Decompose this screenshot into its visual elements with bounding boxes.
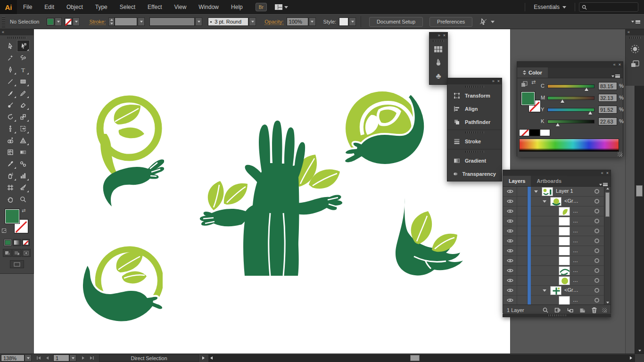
menu-file[interactable]: File xyxy=(17,0,38,14)
delete-layer-icon[interactable] xyxy=(591,307,597,313)
right-dock-gripper[interactable] xyxy=(629,37,641,39)
layer-visibility-toggle[interactable] xyxy=(503,266,517,276)
horizontal-scroll-thumb[interactable] xyxy=(410,355,420,361)
scroll-down-icon[interactable] xyxy=(638,350,641,352)
default-fill-stroke-icon[interactable] xyxy=(2,229,6,233)
close-icon[interactable]: × xyxy=(497,78,500,84)
layer-visibility-toggle[interactable] xyxy=(503,187,517,197)
artboard-dropdown[interactable] xyxy=(69,354,76,362)
panel-dock-gripper[interactable] xyxy=(465,86,484,88)
symbols-panel-icon[interactable]: ♣ xyxy=(436,73,441,80)
yellow-slider-thumb[interactable] xyxy=(588,111,592,115)
draw-behind-button[interactable] xyxy=(12,249,21,257)
stroke-weight-dropdown[interactable] xyxy=(138,17,145,26)
tab-layers[interactable]: Layers xyxy=(503,176,531,186)
symbol-sprayer-tool[interactable] xyxy=(4,170,17,181)
perspective-grid-tool[interactable] xyxy=(17,134,30,146)
layer-name[interactable]: … xyxy=(573,247,578,253)
logo-hand-swirl-leaf[interactable] xyxy=(86,90,164,207)
layer-lock-cell[interactable] xyxy=(517,286,528,296)
pencil-tool[interactable] xyxy=(17,87,30,99)
width-tool[interactable] xyxy=(4,123,17,134)
layer-thumbnail[interactable] xyxy=(559,256,570,265)
layer-expander[interactable] xyxy=(543,289,546,292)
layers-panel-menu[interactable] xyxy=(599,183,608,186)
black-slider[interactable] xyxy=(547,120,594,123)
layer-name[interactable]: … xyxy=(573,267,578,273)
layer-visibility-toggle[interactable] xyxy=(503,216,517,226)
layer-thumbnail[interactable] xyxy=(559,227,570,236)
selection-tool[interactable] xyxy=(4,40,17,52)
hand-tool[interactable] xyxy=(4,193,17,205)
draw-normal-button[interactable] xyxy=(3,249,12,257)
zoom-tool[interactable] xyxy=(17,193,30,205)
opacity-value[interactable]: 100% xyxy=(287,17,308,26)
layer-visibility-toggle[interactable] xyxy=(503,256,517,266)
layer-thumbnail[interactable] xyxy=(559,207,570,216)
artboard-number[interactable]: 1 xyxy=(53,354,69,362)
none-mode-button[interactable] xyxy=(22,239,30,246)
layer-thumbnail[interactable] xyxy=(559,296,570,304)
layer-thumbnail[interactable] xyxy=(559,247,570,255)
layers-scrollbar[interactable] xyxy=(604,187,611,304)
arrange-documents-button[interactable] xyxy=(274,4,288,10)
vertical-scroll-thumb[interactable] xyxy=(636,185,643,197)
zoom-level[interactable]: 138% xyxy=(1,354,25,362)
screen-mode-button[interactable] xyxy=(10,260,24,268)
fill-color-dropdown[interactable] xyxy=(55,17,62,26)
horizontal-scrollbar[interactable] xyxy=(208,354,644,362)
panel-dock-gripper[interactable] xyxy=(465,132,484,133)
layer-name[interactable]: <Gr… xyxy=(564,198,578,204)
menu-help[interactable]: Help xyxy=(225,0,249,14)
layer-expander[interactable] xyxy=(543,200,546,203)
blob-brush-tool[interactable] xyxy=(4,99,17,111)
panel-resize-grip[interactable] xyxy=(618,152,622,156)
layer-visibility-toggle[interactable] xyxy=(503,236,517,246)
style-swatch[interactable] xyxy=(339,17,348,26)
scroll-down-icon[interactable] xyxy=(606,302,609,304)
swatches-panel-icon[interactable] xyxy=(434,46,443,53)
new-layer-icon[interactable] xyxy=(579,307,586,313)
layer-lock-cell[interactable] xyxy=(517,236,528,246)
layer-lock-cell[interactable] xyxy=(517,197,528,206)
close-icon[interactable]: × xyxy=(443,33,446,39)
layer-name[interactable]: … xyxy=(573,297,578,303)
icon-panel-gripper[interactable] xyxy=(433,40,444,42)
layer-thumbnail[interactable] xyxy=(559,237,570,246)
scroll-up-icon[interactable] xyxy=(606,188,609,189)
rotate-tool[interactable] xyxy=(4,111,17,123)
layer-name[interactable]: … xyxy=(573,238,578,243)
swap-fill-stroke-icon[interactable]: ⇄ xyxy=(22,208,25,213)
layer-target-circle[interactable] xyxy=(594,189,599,194)
opacity-dropdown[interactable] xyxy=(309,17,316,26)
cyan-value[interactable]: 83.15 xyxy=(598,82,617,90)
layer-target-circle[interactable] xyxy=(594,199,599,204)
menu-effect[interactable]: Effect xyxy=(141,0,168,14)
layer-target-circle[interactable] xyxy=(594,278,599,283)
preferences-button[interactable]: Preferences xyxy=(429,17,472,27)
shape-builder-tool[interactable] xyxy=(4,134,17,146)
variable-width-profile[interactable] xyxy=(149,17,195,26)
color-panel-menu[interactable] xyxy=(611,74,620,78)
layers-scroll-thumb[interactable] xyxy=(605,192,610,217)
black-slider-thumb[interactable] xyxy=(556,123,560,126)
type-tool[interactable]: T xyxy=(17,64,30,75)
panel-button-transform[interactable]: Transform xyxy=(447,89,502,102)
right-dock-header[interactable]: « xyxy=(626,29,644,35)
clipping-mask-icon[interactable] xyxy=(554,307,561,313)
layer-lock-cell[interactable] xyxy=(517,296,528,305)
column-graph-tool[interactable] xyxy=(17,170,30,181)
panel-group-gripper[interactable] xyxy=(503,314,611,317)
brush-definition[interactable]: 3 pt. Round xyxy=(208,17,248,26)
brush-dropdown[interactable] xyxy=(249,17,256,26)
black-swatch[interactable] xyxy=(529,129,540,136)
line-segment-tool[interactable] xyxy=(4,75,17,87)
logo-hand-ring-leaf[interactable] xyxy=(77,239,163,325)
layer-name[interactable]: … xyxy=(573,277,578,283)
menu-select[interactable]: Select xyxy=(114,0,141,14)
collapse-icon[interactable]: « xyxy=(601,170,603,176)
artboard-tool[interactable] xyxy=(4,181,17,193)
layer-target-circle[interactable] xyxy=(594,298,599,303)
layer-target-circle[interactable] xyxy=(594,239,599,243)
tools-panel-header[interactable]: « xyxy=(0,29,33,35)
